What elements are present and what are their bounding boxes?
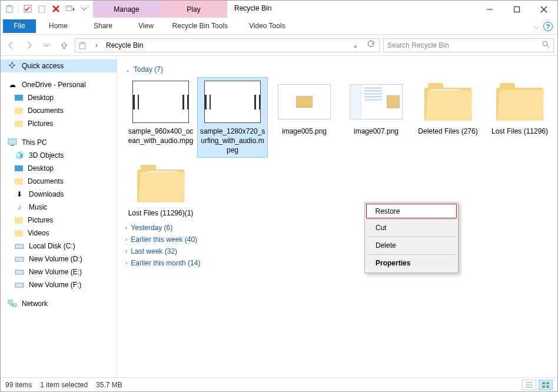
recent-locations-icon[interactable]: [39, 38, 54, 52]
separator: [367, 254, 456, 255]
file-item[interactable]: image005.png: [269, 77, 340, 158]
documents-icon: [15, 108, 23, 114]
menu-delete[interactable]: Delete: [366, 238, 457, 254]
file-item[interactable]: sample_960x400_ocean_with_audio.mpg: [125, 77, 196, 158]
search-input[interactable]: [387, 41, 538, 49]
group-earlier-month[interactable]: ›Earlier this month (14): [125, 259, 555, 267]
sidebar-item-desktop[interactable]: Desktop: [1, 162, 117, 175]
manage-context-tab[interactable]: Manage: [93, 1, 160, 18]
pictures-icon: [15, 217, 23, 224]
file-name: Lost Files (11296)(1): [128, 208, 194, 218]
sidebar-item-music[interactable]: ♪Music: [1, 201, 117, 214]
qat-customize-icon[interactable]: [78, 2, 91, 15]
play-context-tab[interactable]: Play: [160, 1, 227, 18]
back-button[interactable]: [4, 38, 18, 52]
folder-icon: [491, 81, 548, 123]
play-label: Play: [187, 5, 200, 14]
sidebar-item-volume-e[interactable]: New Volume (E:): [1, 265, 117, 278]
separator: [367, 219, 456, 220]
desktop-icon: [15, 165, 23, 171]
address-bar-row: › Recycle Bin ⌄: [1, 35, 557, 56]
sidebar-item-volume-d[interactable]: New Volume (D:): [1, 253, 117, 265]
group-today[interactable]: ⌄Today (7): [125, 65, 555, 74]
sidebar-item-documents[interactable]: Documents: [1, 175, 117, 188]
svg-rect-14: [8, 300, 12, 303]
file-item[interactable]: image007.png: [341, 77, 411, 158]
quick-access[interactable]: ⯎Quick access: [1, 59, 117, 72]
view-tab[interactable]: View: [125, 18, 167, 35]
sidebar-item-videos[interactable]: Videos: [1, 227, 117, 240]
drive-icon: [15, 267, 24, 277]
sidebar-item-pictures-od[interactable]: Pictures: [1, 117, 117, 130]
recycle-bin-icon[interactable]: [3, 2, 16, 15]
image-thumb-icon: [276, 81, 333, 123]
folder-item[interactable]: Lost Files (11296): [484, 77, 555, 158]
details-view-button[interactable]: [522, 380, 536, 390]
menu-cut[interactable]: Cut: [366, 220, 457, 236]
recycle-bin-addr-icon: [78, 41, 87, 50]
delete-qat-icon[interactable]: [49, 2, 62, 15]
sidebar-item-3d-objects[interactable]: 🧊3D Objects: [1, 149, 117, 162]
status-item-count: 99 items: [5, 381, 32, 389]
sidebar-item-desktop-od[interactable]: Desktop: [1, 91, 117, 104]
refresh-icon[interactable]: [365, 40, 377, 50]
titlebar: Manage Play Recycle Bin: [1, 1, 557, 18]
svg-rect-9: [11, 145, 14, 146]
video-thumb-icon: [132, 81, 189, 123]
chevron-right-icon: ›: [125, 248, 127, 254]
quick-access-toolbar: [1, 1, 93, 17]
icons-view-button[interactable]: [539, 380, 553, 390]
content-pane: ⌄Today (7) sample_960x400_ocean_with_aud…: [117, 56, 557, 377]
svg-rect-4: [67, 6, 71, 8]
recycle-bin-tools-tab[interactable]: Recycle Bin Tools: [167, 18, 234, 35]
folder-item[interactable]: Lost Files (11296)(1): [125, 159, 196, 220]
collapse-ribbon-icon[interactable]: ⌵: [534, 22, 539, 31]
address-dropdown-icon[interactable]: ⌄: [350, 41, 361, 49]
sidebar-item-downloads[interactable]: ⬇︎Downloads: [1, 188, 117, 201]
minimize-button[interactable]: [476, 1, 503, 18]
new-qat-icon[interactable]: [35, 2, 48, 15]
this-pc[interactable]: This PC: [1, 136, 117, 149]
address-bar[interactable]: › Recycle Bin ⌄: [75, 38, 380, 52]
sidebar-item-volume-f[interactable]: New Volume (F:): [1, 278, 117, 291]
svg-rect-10: [15, 244, 24, 248]
home-tab[interactable]: Home: [36, 18, 81, 35]
svg-rect-6: [79, 44, 85, 49]
svg-rect-13: [15, 283, 24, 287]
properties-qat-icon[interactable]: [21, 2, 34, 15]
network[interactable]: Network: [1, 297, 117, 310]
folder-item[interactable]: Deleted Files (276): [413, 77, 483, 158]
music-icon: ♪: [15, 202, 24, 212]
sidebar-item-documents-od[interactable]: Documents: [1, 104, 117, 117]
group-earlier-week[interactable]: ›Earlier this week (40): [125, 235, 555, 244]
drive-icon: [15, 280, 24, 290]
pc-icon: [8, 138, 17, 147]
group-yesterday[interactable]: ›Yesterday (6): [125, 224, 555, 232]
status-size: 35.7 MB: [96, 381, 122, 389]
search-box[interactable]: [383, 38, 554, 52]
breadcrumb-chevron-icon[interactable]: ›: [91, 41, 102, 49]
video-tools-tab[interactable]: Video Tools: [234, 18, 301, 35]
group-last-week[interactable]: ›Last week (32): [125, 247, 555, 255]
qat-icon[interactable]: [64, 2, 77, 15]
svg-rect-18: [542, 386, 545, 388]
svg-rect-12: [15, 270, 24, 274]
menu-properties[interactable]: Properties: [366, 255, 457, 271]
up-button[interactable]: [57, 38, 71, 52]
maximize-button[interactable]: [503, 1, 530, 18]
help-icon[interactable]: ?: [543, 22, 553, 31]
sidebar-item-pictures[interactable]: Pictures: [1, 214, 117, 227]
menu-restore[interactable]: Restore: [366, 204, 457, 218]
separator: [18, 4, 19, 14]
file-item-selected[interactable]: sample_1280x720_surfing_with_audio.mpeg: [197, 77, 268, 158]
file-tab[interactable]: File: [3, 19, 36, 33]
forward-button[interactable]: [22, 38, 36, 52]
onedrive[interactable]: ☁︎OneDrive - Personal: [1, 78, 117, 91]
items-today: sample_960x400_ocean_with_audio.mpg samp…: [125, 77, 555, 220]
share-tab[interactable]: Share: [81, 18, 125, 35]
search-icon[interactable]: [542, 40, 550, 50]
close-button[interactable]: [530, 1, 557, 18]
status-selected: 1 item selected: [40, 381, 88, 389]
downloads-icon: ⬇︎: [15, 190, 24, 199]
sidebar-item-local-disk[interactable]: Local Disk (C:): [1, 240, 117, 253]
